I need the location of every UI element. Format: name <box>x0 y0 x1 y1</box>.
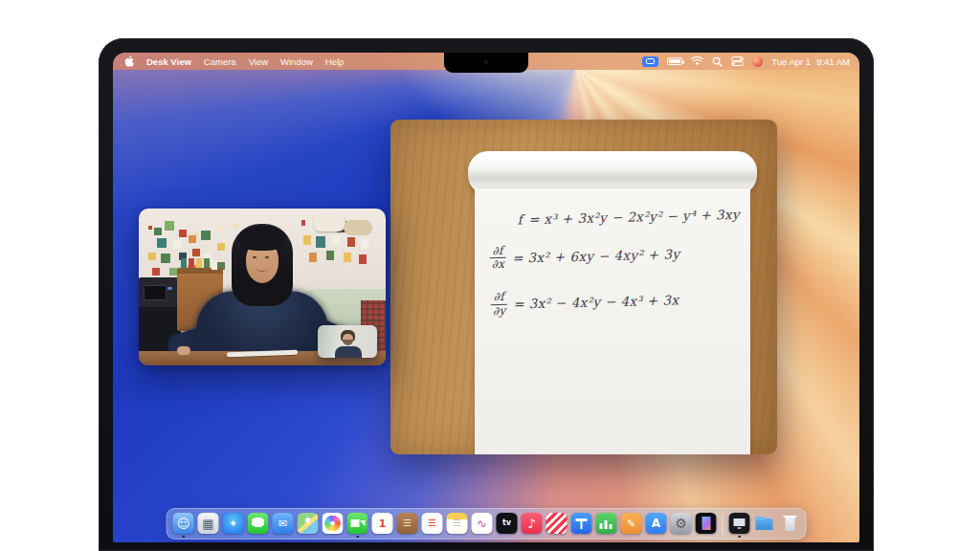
dock-notes[interactable]: ☰ <box>446 511 469 537</box>
system-settings-icon: ⚙ <box>671 513 692 534</box>
webcam-icon <box>484 60 488 64</box>
notes-icon: ☰ <box>447 513 468 534</box>
photos-icon <box>323 513 344 534</box>
dock-downloads-folder[interactable] <box>753 511 776 537</box>
notepad: f = x³ + 3x²y − 2x²y² − y⁴ + 3xy ∂f ∂x =… <box>475 151 750 454</box>
iphone-mirroring-icon <box>696 513 717 534</box>
string-lights <box>206 231 208 233</box>
apple-logo-icon <box>124 55 134 67</box>
pages-icon: ✎ <box>621 513 642 534</box>
dock-safari[interactable]: ✦ <box>222 511 245 537</box>
dock-trash[interactable] <box>778 511 801 537</box>
dock-app-store[interactable]: A <box>645 511 668 537</box>
keynote-icon <box>571 513 592 534</box>
numbers-icon <box>596 513 617 534</box>
self-view-pip[interactable] <box>318 325 377 358</box>
facetime-window[interactable] <box>139 209 386 365</box>
app-store-icon: A <box>646 513 667 534</box>
running-indicator <box>738 536 741 539</box>
dock-launchpad[interactable]: ▦ <box>197 511 220 537</box>
dock-finder[interactable]: ☺ <box>172 511 195 537</box>
pillow <box>313 214 345 231</box>
menu-bar-left: Desk ViewCameraViewWindowHelp <box>124 53 344 70</box>
eq3-rhs: = 3x² − 4x²y − 4x³ + 3x <box>513 292 679 311</box>
contacts-icon: ☰ <box>397 513 418 534</box>
menu-bar-clock[interactable]: Tue Apr 1 9:41 AM <box>771 56 850 67</box>
control-center-icon[interactable] <box>731 56 744 66</box>
menu-camera[interactable]: Camera <box>204 56 236 67</box>
reminders-icon: ☰ <box>422 513 443 534</box>
launchpad-icon: ▦ <box>198 513 219 534</box>
menu-bar-status: Tue Apr 1 9:41 AM <box>642 53 850 70</box>
messages-icon <box>248 513 269 534</box>
dock-maps[interactable] <box>297 511 320 537</box>
eq1-rhs: = x³ + 3x²y − 2x²y² − y⁴ + 3xy <box>528 207 740 227</box>
eq3-fraction: ∂f ∂y <box>490 291 507 318</box>
dock-freeform[interactable]: ∿ <box>471 511 494 537</box>
pillow <box>344 220 372 235</box>
wifi-icon[interactable] <box>691 56 703 66</box>
dock-messages[interactable] <box>247 511 270 537</box>
apple-menu[interactable] <box>124 55 134 67</box>
safari-icon: ✦ <box>223 513 244 534</box>
dock-news[interactable] <box>546 511 568 537</box>
siri-icon[interactable] <box>752 56 763 67</box>
notepad-sheet: f = x³ + 3x²y − 2x²y² − y⁴ + 3xy ∂f ∂x =… <box>475 188 750 454</box>
participant-hand <box>177 346 190 355</box>
dock-desk-view-app[interactable] <box>728 511 751 537</box>
time-text: 9:41 AM <box>816 56 850 67</box>
photo-collage-right <box>301 220 305 226</box>
screen: Desk ViewCameraViewWindowHelp Tue Apr 1 … <box>113 53 859 542</box>
downloads-folder-icon <box>754 513 775 534</box>
running-indicator <box>182 536 185 539</box>
dock-pages[interactable]: ✎ <box>620 511 643 537</box>
menu-view[interactable]: View <box>249 56 268 67</box>
menu-window[interactable]: Window <box>280 56 313 67</box>
music-icon: ♪ <box>522 513 543 534</box>
dock-photos[interactable] <box>322 511 345 537</box>
self-shirt <box>335 346 362 358</box>
eq2-rhs: = 3x² + 6xy − 4xy² + 3y <box>512 246 680 265</box>
equation-line-2: ∂f ∂x = 3x² + 6xy − 4xy² + 3y <box>489 239 743 272</box>
dock-numbers[interactable] <box>595 511 618 537</box>
desk-view-indicator-icon[interactable] <box>642 56 658 67</box>
calendar-icon: 1 <box>372 513 393 534</box>
photo-collage-left <box>148 226 152 230</box>
dock-tv[interactable]: tv <box>496 511 519 537</box>
tv-icon: tv <box>497 513 518 534</box>
news-icon <box>546 513 568 534</box>
battery-icon[interactable] <box>667 57 682 65</box>
dock-contacts[interactable]: ☰ <box>396 511 419 537</box>
running-indicator <box>356 536 359 539</box>
display-notch <box>444 53 528 73</box>
eq2-fraction: ∂f ∂x <box>489 245 506 272</box>
equation-line-1: f = x³ + 3x²y − 2x²y² − y⁴ + 3xy <box>517 207 741 228</box>
dock-calendar[interactable]: 1 <box>371 511 394 537</box>
self-beard <box>343 340 353 345</box>
dock-mail[interactable]: ✉ <box>272 511 295 537</box>
trash-icon <box>779 513 800 534</box>
desk-view-window[interactable]: f = x³ + 3x²y − 2x²y² − y⁴ + 3xy ∂f ∂x =… <box>390 120 777 454</box>
dock-system-settings[interactable]: ⚙ <box>670 511 693 537</box>
menu-help[interactable]: Help <box>325 56 345 67</box>
dock-reminders[interactable]: ☰ <box>421 511 444 537</box>
dock-separator <box>723 514 724 535</box>
date-text: Tue Apr 1 <box>771 56 811 67</box>
equation-line-3: ∂f ∂y = 3x² − 4x²y − 4x³ + 3x <box>490 285 744 318</box>
dock: ☺▦✦✉1☰☰☰∿tv♪✎A⚙ <box>167 508 807 540</box>
dock-iphone-mirroring[interactable] <box>695 511 718 537</box>
mail-icon: ✉ <box>273 513 294 534</box>
app-menu-items: Desk ViewCameraViewWindowHelp <box>146 56 344 67</box>
facetime-icon <box>347 513 368 534</box>
menu-desk-view[interactable]: Desk View <box>146 56 191 67</box>
search-icon[interactable] <box>712 56 723 67</box>
dock-music[interactable]: ♪ <box>521 511 544 537</box>
eq1-lhs: f <box>517 211 523 227</box>
maps-icon <box>298 513 319 534</box>
handwritten-equations: f = x³ + 3x²y − 2x²y² − y⁴ + 3xy ∂f ∂x =… <box>488 207 744 338</box>
dock-facetime[interactable] <box>346 511 369 537</box>
finder-icon: ☺ <box>173 513 194 534</box>
dock-keynote[interactable] <box>570 511 593 537</box>
participant-bangs <box>238 226 286 251</box>
desk-view-app-icon <box>729 513 750 534</box>
